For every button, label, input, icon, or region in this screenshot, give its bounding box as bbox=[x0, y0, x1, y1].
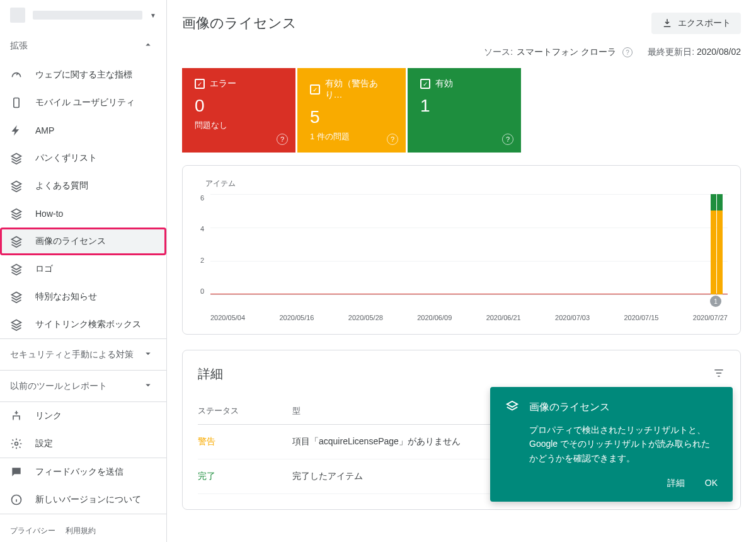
svg-point-4 bbox=[15, 442, 18, 446]
svg-point-3 bbox=[19, 419, 20, 420]
nav-label: 画像のライセンス bbox=[35, 236, 106, 247]
card-label: 有効（警告あり… bbox=[325, 78, 393, 101]
property-favicon bbox=[10, 8, 25, 23]
export-button[interactable]: エクスポート bbox=[651, 13, 741, 34]
ytick: 0 bbox=[195, 287, 204, 295]
toast-ok-button[interactable]: OK bbox=[705, 478, 718, 489]
layers-icon bbox=[505, 400, 519, 415]
section-label: 以前のツールとレポート bbox=[10, 381, 107, 392]
details-title: 詳細 bbox=[198, 366, 223, 383]
gear-icon bbox=[10, 437, 23, 450]
phone-icon bbox=[10, 96, 23, 109]
sidebar-item-howto[interactable]: How-to bbox=[0, 200, 166, 228]
export-label: エクスポート bbox=[678, 18, 731, 29]
footer-links: プライバシー 利用規約 bbox=[0, 514, 166, 542]
chart-card: アイテム 6 4 2 0 bbox=[182, 165, 741, 335]
help-icon[interactable]: ? bbox=[387, 134, 398, 145]
nav-label: 新しいバージョンについて bbox=[35, 494, 141, 505]
section-enhancements[interactable]: 拡張 bbox=[0, 30, 166, 61]
meta-updated: 最終更新日: 2020/08/02 bbox=[648, 47, 741, 58]
toast-body: プロパティで検出されたリッチリザルトと、Google でそのリッチリザルトが読み… bbox=[529, 423, 718, 465]
info-icon bbox=[10, 493, 23, 506]
section-label: セキュリティと手動による対策 bbox=[10, 349, 134, 360]
xtick: 2020/05/28 bbox=[348, 314, 383, 321]
section-legacy-tools[interactable]: 以前のツールとレポート bbox=[0, 371, 166, 401]
download-icon bbox=[662, 18, 673, 29]
info-toast: 画像のライセンス プロパティで検出されたリッチリザルトと、Google でそのリ… bbox=[490, 387, 733, 502]
col-status: ステータス bbox=[198, 405, 292, 417]
annotation-badge[interactable]: 1 bbox=[710, 296, 721, 307]
error-baseline bbox=[210, 294, 728, 294]
updated-label: 最終更新日: bbox=[648, 47, 694, 57]
nav-label: サイトリンク検索ボックス bbox=[35, 319, 141, 330]
nav-label: よくある質問 bbox=[35, 180, 88, 192]
chart-ylabel: アイテム bbox=[205, 178, 728, 189]
checkbox-icon bbox=[310, 84, 320, 95]
layers-icon bbox=[10, 207, 23, 220]
sidebar-item-special-announcement[interactable]: 特別なお知らせ bbox=[0, 283, 166, 311]
nav-label: パンくずリスト bbox=[35, 153, 97, 164]
bar-warning bbox=[717, 210, 723, 294]
bar-group bbox=[711, 194, 723, 294]
svg-rect-0 bbox=[14, 98, 19, 108]
chart-plot: 1 bbox=[210, 194, 728, 295]
layers-icon bbox=[10, 263, 23, 275]
layers-icon bbox=[10, 152, 23, 164]
chevron-down-icon: ▼ bbox=[150, 12, 156, 19]
help-icon[interactable]: ? bbox=[277, 134, 288, 145]
card-label: 有効 bbox=[435, 78, 453, 89]
card-value: 0 bbox=[195, 96, 283, 116]
xtick: 2020/05/16 bbox=[279, 314, 314, 321]
checkbox-icon bbox=[420, 79, 430, 89]
help-icon[interactable]: ? bbox=[622, 47, 633, 57]
details-card: 詳細 ステータス 型 警告 項目「acquireLicensePage」がありま… bbox=[182, 350, 741, 510]
nav-label: モバイル ユーザビリティ bbox=[35, 97, 135, 108]
terms-link[interactable]: 利用規約 bbox=[66, 526, 96, 536]
status-card-warning[interactable]: 有効（警告あり… 5 1 件の問題 ? bbox=[297, 68, 406, 153]
privacy-link[interactable]: プライバシー bbox=[10, 526, 55, 536]
toast-title: 画像のライセンス bbox=[529, 401, 610, 414]
sitemap-icon bbox=[10, 410, 23, 422]
filter-icon[interactable] bbox=[713, 367, 725, 381]
xtick: 2020/06/21 bbox=[486, 314, 521, 321]
nav-label: 特別なお知らせ bbox=[35, 291, 97, 303]
bar-warning bbox=[711, 210, 716, 294]
page-title: 画像のライセンス bbox=[182, 14, 297, 33]
sidebar-item-sitelinks-searchbox[interactable]: サイトリンク検索ボックス bbox=[0, 311, 166, 338]
ytick: 2 bbox=[195, 257, 204, 264]
nav-label: AMP bbox=[35, 125, 54, 136]
main-content: 画像のライセンス エクスポート ソース: スマートフォン クローラ ? 最終更新… bbox=[167, 0, 756, 542]
status-card-valid[interactable]: 有効 1 ? bbox=[408, 68, 521, 153]
source-label: ソース: bbox=[484, 47, 513, 58]
nav-label: 設定 bbox=[35, 438, 53, 449]
sidebar-item-image-license[interactable]: 画像のライセンス bbox=[0, 228, 166, 255]
xtick: 2020/06/09 bbox=[417, 314, 452, 321]
status-cards: エラー 0 問題なし ? 有効（警告あり… 5 1 件の問題 ? 有効 1 ? bbox=[182, 68, 741, 153]
card-label: エラー bbox=[210, 78, 236, 89]
sidebar-item-core-web-vitals[interactable]: ウェブに関する主な指標 bbox=[0, 61, 166, 89]
sidebar-item-feedback[interactable]: フィードバックを送信 bbox=[0, 458, 166, 486]
section-security[interactable]: セキュリティと手動による対策 bbox=[0, 339, 166, 370]
sidebar-item-amp[interactable]: AMP bbox=[0, 117, 166, 144]
nav-label: リンク bbox=[35, 410, 62, 422]
updated-value: 2020/08/02 bbox=[697, 47, 741, 57]
layers-icon bbox=[10, 235, 23, 248]
nav-label: How-to bbox=[35, 209, 63, 219]
sidebar-item-faq[interactable]: よくある質問 bbox=[0, 172, 166, 200]
property-selector[interactable]: ▼ bbox=[0, 0, 166, 30]
bar-valid bbox=[711, 194, 716, 210]
nav-label: フィードバックを送信 bbox=[35, 466, 123, 478]
sidebar-item-breadcrumbs[interactable]: パンくずリスト bbox=[0, 144, 166, 172]
source-value: スマートフォン クローラ bbox=[517, 47, 616, 58]
help-icon[interactable]: ? bbox=[502, 134, 513, 145]
toast-details-button[interactable]: 詳細 bbox=[667, 478, 685, 489]
sidebar-item-mobile-usability[interactable]: モバイル ユーザビリティ bbox=[0, 89, 166, 117]
status-card-error[interactable]: エラー 0 問題なし ? bbox=[182, 68, 295, 153]
xtick: 2020/07/27 bbox=[693, 314, 728, 321]
sidebar-item-settings[interactable]: 設定 bbox=[0, 430, 166, 458]
sidebar-item-new-version[interactable]: 新しいバージョンについて bbox=[0, 486, 166, 514]
sidebar-item-links[interactable]: リンク bbox=[0, 402, 166, 430]
svg-point-1 bbox=[16, 411, 17, 412]
row-status: 警告 bbox=[198, 436, 292, 447]
sidebar-item-logo[interactable]: ロゴ bbox=[0, 255, 166, 283]
